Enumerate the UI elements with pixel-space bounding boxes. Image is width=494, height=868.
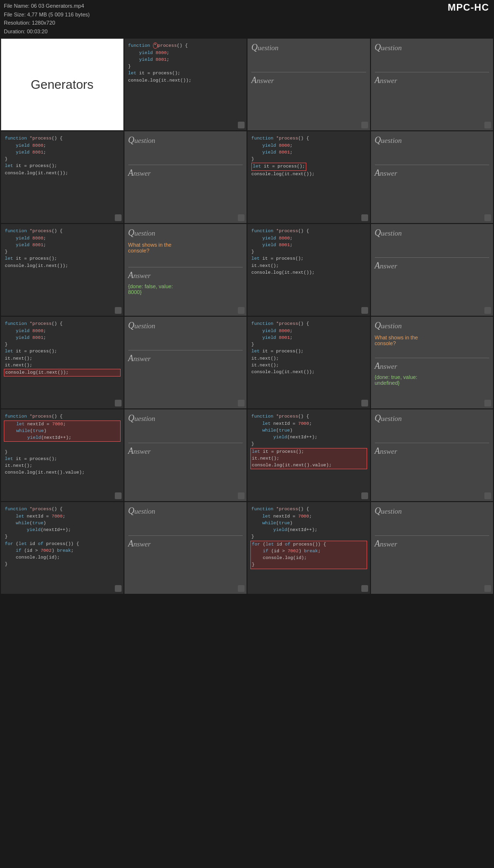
a-label: Answer — [375, 539, 490, 549]
qa-cell-r2c4: Question Answer — [371, 131, 494, 223]
divider — [128, 350, 243, 350]
a-label: Answer — [375, 168, 490, 178]
q-label: Question — [375, 506, 490, 516]
corner-icon — [361, 122, 368, 128]
q-label: Question — [251, 42, 366, 53]
q-label: Question — [128, 506, 243, 516]
code-block: function *process() { let nextId = 7000;… — [251, 506, 366, 569]
divider — [251, 72, 366, 72]
row-2: function *process() { yield 8000; yield … — [0, 131, 494, 223]
code-cell-r6c3: function *process() { let nextId = 7000;… — [247, 502, 370, 594]
code-block: function *process() { let nextId = 7000;… — [251, 413, 366, 469]
code-cell-r3c1: function *process() { yield 8000; yield … — [1, 224, 124, 316]
corner-icon — [361, 492, 368, 499]
q-label: Question — [128, 228, 243, 238]
q-label: Question — [375, 413, 490, 423]
a-label: Answer — [128, 539, 243, 549]
code-cell-r4c3: function *process() { yield 8000; yield … — [247, 317, 370, 408]
corner-icon — [115, 307, 122, 314]
code-cell-r1c2: function *process() { yield 8000; yield … — [124, 39, 247, 130]
code-block: function *process() { yield 8000; yield … — [128, 42, 243, 84]
corner-icon — [115, 585, 122, 592]
code-cell-r4c1: function *process() { yield 8000; yield … — [1, 317, 124, 408]
divider — [375, 72, 490, 72]
row-5: function *process() { let nextId = 7000;… — [0, 409, 494, 501]
divider — [128, 443, 243, 443]
a-label: Answer — [375, 446, 490, 456]
qa-cell-r1c3: Question Answer — [247, 39, 370, 130]
code-cell-r2c3: function *process() { yield 8000; yield … — [247, 131, 370, 223]
mpc-logo: MPC-HC — [448, 2, 489, 13]
divider — [128, 165, 243, 165]
code-block: function *process() { yield 8000; yield … — [251, 135, 366, 178]
code-cell-r3c3: function *process() { yield 8000; yield … — [247, 224, 370, 316]
slide-title: Generators — [31, 77, 94, 92]
title-cell: Generators — [1, 39, 124, 130]
q-label: Question — [128, 135, 243, 145]
row-3: function *process() { yield 8000; yield … — [0, 224, 494, 316]
filesize: File Size: 4,77 MB (5 009 116 bytes) — [4, 11, 490, 19]
code-block: function *process() { let nextId = 7000;… — [5, 413, 120, 476]
duration: Duration: 00:03:20 — [4, 28, 490, 36]
info-bar: File Name: 06 03 Generators.mp4 File Siz… — [0, 0, 494, 38]
row-4: function *process() { yield 8000; yield … — [0, 317, 494, 408]
qa-cell-r5c4: Question Answer — [371, 409, 494, 501]
code-block: function *process() { let nextId = 7000;… — [5, 506, 120, 568]
corner-icon — [115, 400, 122, 406]
q-label: Question — [375, 135, 490, 145]
code-cell-r5c1: function *process() { let nextId = 7000;… — [1, 409, 124, 501]
divider — [375, 257, 490, 258]
resolution: Resolution: 1280x720 — [4, 19, 490, 28]
q-label: Question — [128, 413, 243, 423]
qa-cell-r6c2: Question Answer — [124, 502, 247, 594]
a-label: Answer — [128, 353, 243, 364]
divider — [128, 267, 243, 267]
corner-icon — [484, 492, 491, 499]
code-block: function *process() { yield 8000; yield … — [5, 228, 120, 269]
qa-cell-r3c4: Question Answer — [371, 224, 494, 316]
a-label: Answer — [128, 270, 243, 280]
qa-cell-r5c2: Question Answer — [124, 409, 247, 501]
question-text: What shows in theconsole? — [128, 242, 243, 253]
corner-icon — [238, 214, 245, 221]
divider — [375, 443, 490, 443]
q-label: Question — [375, 321, 490, 331]
corner-icon — [484, 214, 491, 221]
corner-icon — [115, 492, 122, 499]
corner-icon — [361, 307, 368, 314]
corner-icon — [238, 307, 245, 314]
answer-text: {done: true, value:undefined} — [375, 374, 490, 386]
corner-icon — [484, 400, 491, 406]
a-label: Answer — [375, 75, 490, 85]
corner-icon — [238, 122, 245, 128]
qa-cell-r4c2: Question Answer — [124, 317, 247, 408]
divider — [375, 358, 490, 358]
a-label: Answer — [375, 261, 490, 271]
qa-cell-r6c4: Question Answer — [371, 502, 494, 594]
corner-icon — [238, 492, 245, 499]
qa-cell-r4c4: Question What shows in theconsole? Answe… — [371, 317, 494, 408]
code-block: function *process() { yield 8000; yield … — [251, 228, 366, 276]
q-label: Question — [375, 42, 490, 53]
a-label: Answer — [251, 75, 366, 85]
row-1: Generators function *process() { yield 8… — [0, 38, 494, 130]
divider — [375, 165, 490, 165]
divider — [128, 535, 243, 536]
code-block: function *process() { yield 8000; yield … — [5, 321, 120, 377]
a-label: Answer — [375, 361, 490, 371]
code-block: function *process() { yield 8000; yield … — [251, 321, 366, 376]
code-cell-r5c3: function *process() { let nextId = 7000;… — [247, 409, 370, 501]
question-text: What shows in theconsole? — [375, 335, 490, 346]
code-cell-r6c1: function *process() { let nextId = 7000;… — [1, 502, 124, 594]
corner-icon — [238, 400, 245, 406]
corner-icon — [484, 585, 491, 592]
a-label: Answer — [128, 446, 243, 456]
qa-cell-r2c2: Question Answer — [124, 131, 247, 223]
corner-icon — [361, 585, 368, 592]
corner-icon — [361, 214, 368, 221]
row-6: function *process() { let nextId = 7000;… — [0, 502, 494, 595]
qa-cell-r3c2: Question What shows in theconsole? Answe… — [124, 224, 247, 316]
a-label: Answer — [128, 168, 243, 178]
corner-icon — [484, 307, 491, 314]
filename: File Name: 06 03 Generators.mp4 — [4, 2, 490, 11]
